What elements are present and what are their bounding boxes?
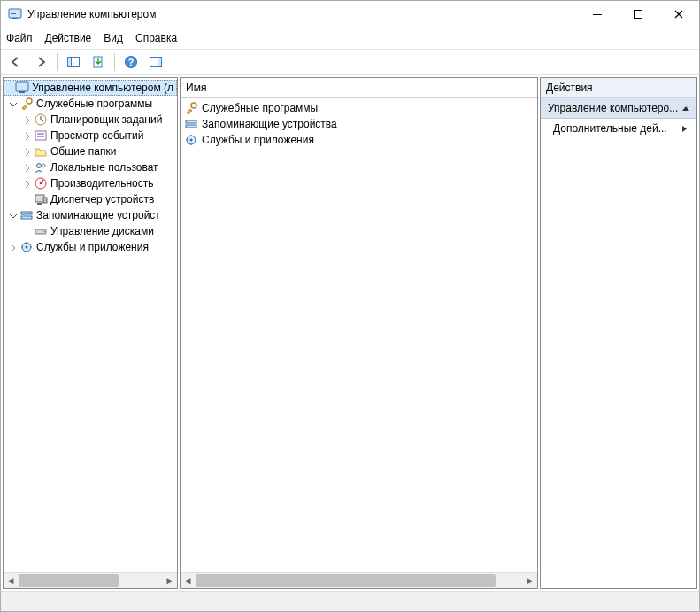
disk-icon xyxy=(34,224,48,238)
list-pane: Имя Служебные программы Запоминающие уст… xyxy=(180,77,538,589)
scroll-left-icon[interactable]: ◄ xyxy=(4,573,19,588)
actions-header: Действия xyxy=(541,78,696,98)
clock-icon xyxy=(34,112,48,127)
back-button[interactable] xyxy=(4,50,27,74)
export-button[interactable] xyxy=(87,50,110,74)
scroll-right-icon[interactable]: ► xyxy=(162,573,177,588)
tools-icon xyxy=(19,97,34,111)
services-icon xyxy=(19,240,34,254)
users-icon xyxy=(34,160,48,174)
list-hscroll[interactable]: ◄ ► xyxy=(181,572,537,588)
expand-icon[interactable] xyxy=(19,176,34,190)
expand-icon[interactable] xyxy=(19,160,34,174)
menu-help[interactable]: Справка xyxy=(135,32,177,44)
tree-task-scheduler[interactable]: Планировщик заданий xyxy=(4,112,177,128)
show-hide-actions-button[interactable] xyxy=(144,50,167,74)
collapse-icon[interactable] xyxy=(5,97,19,111)
tree-root[interactable]: Управление компьютером (л xyxy=(4,80,177,96)
svg-rect-28 xyxy=(21,216,32,219)
menubar: Файл Действие Вид Справка xyxy=(1,27,699,49)
list-item[interactable]: Запоминающие устройства xyxy=(181,116,537,132)
column-header-name[interactable]: Имя xyxy=(181,78,537,98)
svg-rect-34 xyxy=(186,120,196,123)
svg-point-20 xyxy=(37,164,42,168)
collapse-icon[interactable] xyxy=(681,105,689,112)
computer-management-window: Управление компьютером Файл Действие Вид… xyxy=(0,0,700,612)
tree-label: Служебные программы xyxy=(36,97,152,110)
tree-label: Локальные пользоват xyxy=(50,161,158,174)
svg-rect-19 xyxy=(37,136,44,137)
svg-rect-1 xyxy=(12,18,18,19)
expand-icon[interactable] xyxy=(19,112,34,127)
device-manager-icon xyxy=(34,192,48,206)
expand-icon[interactable] xyxy=(5,240,19,254)
svg-rect-25 xyxy=(37,203,42,205)
spacer xyxy=(19,224,34,238)
svg-rect-13 xyxy=(16,82,28,91)
services-icon xyxy=(184,133,198,147)
collapse-icon[interactable] xyxy=(5,208,19,222)
action-group[interactable]: Управление компьютеро... xyxy=(541,98,696,119)
scroll-right-icon[interactable]: ► xyxy=(522,573,537,588)
svg-rect-26 xyxy=(43,198,47,203)
close-button[interactable] xyxy=(658,1,699,27)
event-viewer-icon xyxy=(34,128,48,143)
result-list[interactable]: Служебные программы Запоминающие устройс… xyxy=(181,98,537,572)
actions-pane: Действия Управление компьютеро... Дополн… xyxy=(540,77,697,589)
tree-label: Службы и приложения xyxy=(36,241,149,253)
tree-performance[interactable]: Производительность xyxy=(4,175,177,191)
svg-point-32 xyxy=(26,246,28,249)
tree-event-viewer[interactable]: Просмотр событий xyxy=(4,128,177,143)
expand-icon[interactable] xyxy=(19,144,34,159)
forward-button[interactable] xyxy=(29,50,52,74)
svg-point-33 xyxy=(191,103,196,108)
toolbar: ? xyxy=(1,49,699,75)
menu-view[interactable]: Вид xyxy=(104,32,123,44)
tree-device-manager[interactable]: Диспетчер устройств xyxy=(4,191,177,207)
tree-services-apps[interactable]: Службы и приложения xyxy=(4,239,177,255)
list-item-label: Запоминающие устройства xyxy=(202,118,337,130)
svg-rect-12 xyxy=(158,58,162,67)
svg-rect-18 xyxy=(37,133,44,135)
svg-rect-27 xyxy=(21,212,32,214)
window-title: Управление компьютером xyxy=(27,8,577,20)
scroll-left-icon[interactable]: ◄ xyxy=(181,573,196,588)
performance-icon xyxy=(34,176,48,190)
tree-system-tools[interactable]: Служебные программы xyxy=(4,96,177,112)
menu-file[interactable]: Файл xyxy=(6,32,33,44)
console-tree[interactable]: Управление компьютером (л Служебные прог… xyxy=(4,78,177,572)
statusbar xyxy=(1,591,699,611)
submenu-arrow-icon xyxy=(681,125,688,133)
svg-rect-35 xyxy=(186,125,196,128)
tree-label: Запоминающие устройст xyxy=(36,209,160,221)
expand-icon[interactable] xyxy=(19,128,34,143)
storage-icon xyxy=(19,208,34,222)
tree-local-users[interactable]: Локальные пользоват xyxy=(4,159,177,175)
svg-rect-5 xyxy=(635,11,642,19)
help-button[interactable]: ? xyxy=(119,50,142,74)
tree-disk-management[interactable]: Управление дисками xyxy=(4,223,177,239)
list-item[interactable]: Служебные программы xyxy=(181,100,537,116)
tree-label: Просмотр событий xyxy=(50,129,143,142)
tree-shared-folders[interactable]: Общие папки xyxy=(4,143,177,159)
list-item-label: Служебные программы xyxy=(202,102,318,114)
action-more[interactable]: Дополнительные дей... xyxy=(541,119,696,138)
maximize-button[interactable] xyxy=(618,1,658,27)
tree-pane: Управление компьютером (л Служебные прог… xyxy=(3,77,178,589)
minimize-button[interactable] xyxy=(577,1,618,27)
list-item[interactable]: Службы и приложения xyxy=(181,132,537,148)
app-icon xyxy=(8,7,22,21)
menu-action[interactable]: Действие xyxy=(45,32,92,44)
folder-icon xyxy=(34,144,48,159)
tools-icon xyxy=(184,101,198,115)
tree-storage[interactable]: Запоминающие устройст xyxy=(4,207,177,223)
svg-point-15 xyxy=(27,98,32,104)
storage-icon xyxy=(184,117,198,131)
svg-rect-14 xyxy=(19,91,25,93)
list-item-label: Службы и приложения xyxy=(202,134,314,146)
spacer xyxy=(4,81,15,95)
show-hide-tree-button[interactable] xyxy=(62,50,85,74)
action-group-label: Управление компьютеро... xyxy=(548,102,678,114)
tree-hscroll[interactable]: ◄ ► xyxy=(4,572,177,588)
tree-label: Планировщик заданий xyxy=(50,113,162,126)
